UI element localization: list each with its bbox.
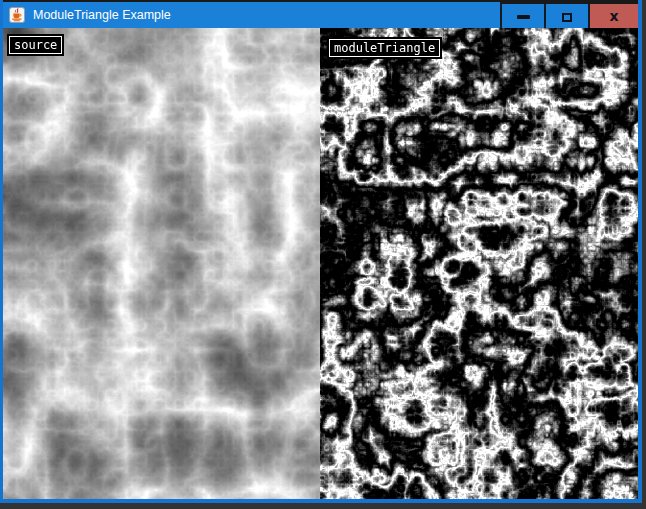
minimize-icon xyxy=(517,15,530,19)
module-triangle-noise-canvas xyxy=(320,28,638,499)
window-title: ModuleTriangle Example xyxy=(33,2,171,28)
module-triangle-panel: moduleTriangle xyxy=(320,28,638,499)
maximize-button[interactable] xyxy=(544,2,588,30)
application-window: ModuleTriangle Example x source moduleTr… xyxy=(0,0,642,503)
close-button[interactable]: x xyxy=(588,2,638,30)
panel-label-module-triangle: moduleTriangle xyxy=(329,39,440,57)
source-panel: source xyxy=(3,28,320,499)
maximize-icon xyxy=(562,13,572,22)
java-coffee-cup-icon xyxy=(9,7,25,23)
window-controls: x xyxy=(500,2,638,30)
titlebar[interactable]: ModuleTriangle Example x xyxy=(3,0,638,28)
panel-label-source: source xyxy=(9,36,62,54)
source-noise-canvas xyxy=(3,28,320,499)
minimize-button[interactable] xyxy=(500,2,544,30)
close-icon: x xyxy=(609,9,618,23)
content-area: source moduleTriangle xyxy=(3,28,638,499)
